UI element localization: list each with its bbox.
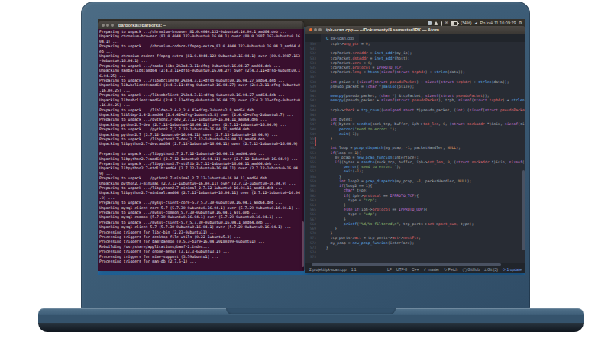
editor-code[interactable]: tcph->urg_ptr = 0; tcpPacket.srcAddr = i…: [318, 42, 525, 263]
terminal-line: Processing triggers for man-db (2.7.5-1)…: [99, 259, 304, 264]
desktop: ✉ (34%) ◄ Po kvě 11 16:09:29 ⚙ barbor: [98, 19, 525, 275]
editor-gutter: 5305315325335345355365375385395405415425…: [306, 42, 318, 263]
laptop-notch: [226, 308, 396, 314]
cpp-file-icon: C: [326, 36, 329, 40]
maximize-button[interactable]: [318, 28, 322, 31]
battery-icon[interactable]: [451, 21, 458, 26]
atom-titlebar[interactable]: ipk-scan.cpp — ~/Dokumenty/4.semester/IP…: [306, 26, 525, 34]
laptop-base-edge: [38, 323, 584, 332]
status-item-utf-8[interactable]: UTF-8: [396, 267, 407, 272]
close-button[interactable]: [102, 24, 105, 27]
status-item-lf[interactable]: LF: [387, 267, 392, 272]
laptop-base-lip: [38, 308, 584, 315]
input-indicator-icon[interactable]: [428, 21, 432, 25]
terminal-title: barborka@barborka: ~: [118, 23, 166, 27]
window-controls: [102, 24, 114, 27]
terminal-line: Unpacking mysql-common (5.7.30-0ubuntu0.…: [99, 215, 304, 220]
code-line: tcph->check = tcp_csum((unsigned short *…: [322, 108, 525, 113]
status-item-fetch[interactable]: ↻ Fetch: [444, 267, 457, 272]
terminal-line: Unpacking chromium-browser (81.0.4044.12…: [99, 34, 304, 39]
terminal-line: Preparing to unpack .../chromium-codecs-…: [99, 44, 304, 49]
laptop-screen: ✉ (34%) ◄ Po kvě 11 16:09:29 ⚙ barbor: [81, 2, 530, 308]
terminal-window: barborka@barborka: ~ Preparing to unpack…: [98, 21, 304, 270]
status-item-1-update[interactable]: ⟳ 1 update: [503, 267, 522, 272]
wifi-icon[interactable]: [434, 21, 438, 25]
terminal-line: Preparing to unpack .../python2.7-minima…: [99, 176, 304, 181]
terminal-line: Unpacking libwbclient0:amd64 (2:4.3.11+d…: [99, 83, 304, 88]
laptop-base: [38, 308, 584, 332]
editor-horizontal-scrollbar[interactable]: [306, 263, 525, 266]
tab-ipk-scan-cpp[interactable]: C ipk-scan.cpp: [321, 34, 359, 42]
terminal-output: Preparing to unpack .../chromium-browser…: [98, 29, 304, 271]
status-item-master[interactable]: ↱ master: [423, 267, 439, 272]
status-file-path[interactable]: 2.projekt/ipk-scan.cpp: [309, 267, 347, 272]
maximize-button[interactable]: [111, 24, 114, 27]
minimize-button[interactable]: [314, 28, 317, 31]
code-line: memcpy(pseudo_packet + sizeof(struct pse…: [322, 98, 525, 103]
status-item-c-[interactable]: C++: [412, 267, 419, 272]
editor-vertical-scrollbar[interactable]: [522, 170, 525, 250]
terminal-line: Unpacking libpython2.7-stdlib:amd64 (2.7…: [99, 166, 304, 171]
terminal-line: Unpacking libpython2.7-dev:amd64 (2.7.12…: [99, 142, 304, 147]
terminal-titlebar[interactable]: barborka@barborka: ~: [98, 21, 304, 29]
atom-tab-bar: C ipk-scan.cpp: [306, 34, 525, 42]
atom-title: ipk-scan.cpp — ~/Dokumenty/4.semester/IP…: [326, 27, 439, 32]
laptop-base-body: [38, 315, 584, 323]
terminal-line: Unpacking python2.7 (2.7.12-1ubuntu0~16.…: [99, 133, 304, 137]
terminal-line: Preparing to unpack .../libsmbclient_2%3…: [99, 93, 304, 98]
terminal-scrollbar[interactable]: [302, 21, 304, 270]
laptop-mockup: ✉ (34%) ◄ Po kvě 11 16:09:29 ⚙ barbor: [0, 0, 611, 364]
bluetooth-icon[interactable]: [441, 21, 442, 26]
terminal-line: Unpacking samba-libs:amd64 (2:4.3.11+dfs…: [99, 69, 304, 73]
tab-label: ipk-scan.cpp: [331, 36, 354, 40]
status-cursor-position[interactable]: 1:1: [351, 267, 357, 272]
atom-window: ipk-scan.cpp — ~/Dokumenty/4.semester/IP…: [306, 26, 525, 273]
close-button[interactable]: [309, 28, 312, 31]
status-item-github[interactable]: ◯ GitHub: [462, 267, 480, 272]
minimize-button[interactable]: [106, 24, 109, 27]
atom-status-bar: 2.projekt/ipk-scan.cpp 1:1 LFUTF-8C++↱ m…: [306, 266, 525, 273]
window-controls: [309, 28, 322, 31]
terminal-line: Preparing to unpack .../mysql-client-cor…: [99, 201, 304, 205]
status-item-git-3-[interactable]: ± Git (3): [484, 267, 498, 272]
code-line: [322, 255, 525, 259]
atom-editor[interactable]: 5305315325335345355365375385395405415425…: [306, 42, 525, 263]
terminal-line: Unpacking libpython2.7-minimal:amd64 (2.…: [99, 191, 304, 195]
line-number: 575: [306, 255, 316, 259]
terminal-line: Unpacking mysql-client-5.7 (5.7.30-0ubun…: [99, 225, 304, 230]
